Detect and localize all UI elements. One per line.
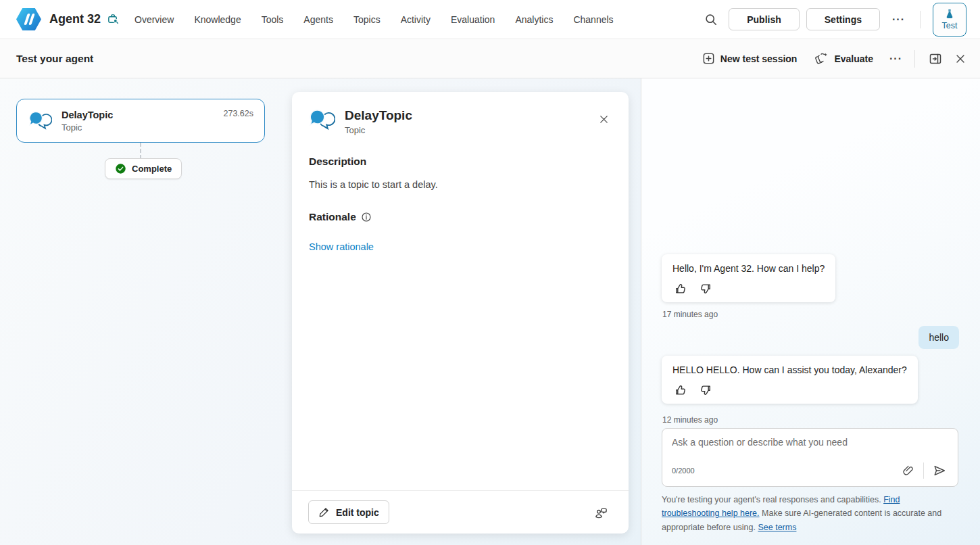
message-timestamp: 17 minutes ago xyxy=(662,310,718,319)
show-rationale-link[interactable]: Show rationale xyxy=(309,241,374,252)
description-text: This is a topic to start a delay. xyxy=(309,179,612,190)
node-type: Topic xyxy=(62,122,113,133)
thumbs-up-icon[interactable] xyxy=(672,382,689,398)
info-icon[interactable] xyxy=(361,212,372,222)
toolbar-more-button[interactable]: ··· xyxy=(884,50,908,68)
evaluate-label: Evaluate xyxy=(834,53,873,64)
char-count: 0/2000 xyxy=(672,467,695,475)
nav-item-topics[interactable]: Topics xyxy=(353,14,381,25)
nav-item-overview[interactable]: Overview xyxy=(134,14,174,25)
send-icon[interactable] xyxy=(931,462,948,479)
new-test-session-button[interactable]: New test session xyxy=(695,48,804,69)
pencil-icon xyxy=(318,506,330,518)
disclaimer-text: You're testing your agent's real respons… xyxy=(662,495,883,504)
input-divider xyxy=(923,463,924,479)
nav-item-activity[interactable]: Activity xyxy=(401,14,431,25)
header-more-button[interactable]: ··· xyxy=(887,11,910,28)
test-toolbar: Test your agent New test session Evaluat… xyxy=(0,39,980,78)
page-title: Test your agent xyxy=(16,53,93,65)
test-flask-icon xyxy=(944,9,956,20)
new-test-session-label: New test session xyxy=(720,53,798,64)
status-badge-complete[interactable]: Complete xyxy=(105,158,182,179)
topic-icon xyxy=(308,108,335,132)
plus-square-icon xyxy=(702,52,715,65)
nav-item-evaluation[interactable]: Evaluation xyxy=(451,14,495,25)
status-label: Complete xyxy=(132,164,172,174)
nav-item-tools[interactable]: Tools xyxy=(262,14,284,25)
details-title: DelayTopic xyxy=(345,108,412,123)
nav-item-analytics[interactable]: Analytics xyxy=(515,14,553,25)
header-divider xyxy=(920,11,921,28)
edit-topic-label: Edit topic xyxy=(336,507,379,518)
publish-button[interactable]: Publish xyxy=(729,8,800,30)
app-header: Agent 32 Overview Knowledge Tools Agents… xyxy=(0,0,980,39)
description-heading: Description xyxy=(309,156,612,168)
node-duration: 273.62s xyxy=(224,109,253,118)
evaluate-icon xyxy=(814,52,829,66)
activity-map-canvas[interactable]: DelayTopic Topic 273.62s Complete xyxy=(0,78,641,545)
thumbs-down-icon[interactable] xyxy=(697,382,714,398)
user-message: hello xyxy=(918,326,959,349)
close-pane-icon[interactable] xyxy=(950,49,971,69)
open-pane-icon[interactable] xyxy=(925,48,946,70)
nav-item-agents[interactable]: Agents xyxy=(303,14,333,25)
evaluate-button[interactable]: Evaluate xyxy=(808,48,880,70)
bot-message-text: HELLO HELLO. How can I assist you today,… xyxy=(672,364,907,375)
check-circle-icon xyxy=(115,163,126,174)
main-nav: Overview Knowledge Tools Agents Topics A… xyxy=(134,14,614,25)
thumbs-up-icon[interactable] xyxy=(672,281,689,297)
see-terms-link[interactable]: See terms xyxy=(758,523,796,532)
topic-node-delaytopic[interactable]: DelayTopic Topic 273.62s xyxy=(16,99,265,143)
topic-icon xyxy=(28,110,52,131)
edit-topic-button[interactable]: Edit topic xyxy=(308,500,389,524)
chat-input-box: 0/2000 xyxy=(662,428,958,487)
rationale-heading: Rationale xyxy=(309,211,356,223)
environment-icon[interactable] xyxy=(107,13,120,26)
thumbs-down-icon[interactable] xyxy=(697,281,714,297)
search-icon[interactable] xyxy=(700,9,722,30)
person-chat-icon[interactable] xyxy=(591,503,611,522)
test-disclaimer: You're testing your agent's real respons… xyxy=(662,493,954,534)
bot-message: HELLO HELLO. How can I assist you today,… xyxy=(662,356,918,404)
test-button[interactable]: Test xyxy=(933,3,966,37)
nav-item-knowledge[interactable]: Knowledge xyxy=(194,14,241,25)
chat-panel: Hello, I'm Agent 32. How can I help? 17 … xyxy=(641,78,980,545)
message-timestamp: 12 minutes ago xyxy=(662,415,718,425)
node-connector-line xyxy=(140,143,141,159)
toolbar-divider xyxy=(914,50,915,68)
bot-message: Hello, I'm Agent 32. How can I help? xyxy=(662,254,835,302)
bot-message-text: Hello, I'm Agent 32. How can I help? xyxy=(672,263,825,274)
chat-input[interactable] xyxy=(672,437,948,448)
details-subtitle: Topic xyxy=(345,125,412,135)
app-logo-icon xyxy=(16,8,41,30)
settings-button[interactable]: Settings xyxy=(806,8,880,30)
agent-name: Agent 32 xyxy=(49,12,101,26)
close-details-icon[interactable] xyxy=(595,111,612,128)
test-button-label: Test xyxy=(942,21,958,30)
nav-item-channels[interactable]: Channels xyxy=(573,14,613,25)
attach-icon[interactable] xyxy=(900,463,916,479)
node-name: DelayTopic xyxy=(62,110,113,120)
topic-details-panel: DelayTopic Topic Description This is a t… xyxy=(292,92,629,534)
